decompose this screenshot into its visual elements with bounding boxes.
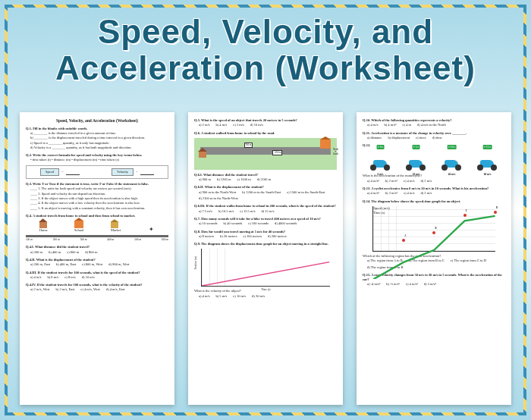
worksheet-page-3: Q.10. Which of the following quantities … xyxy=(357,112,511,405)
q4iii-prompt: Q.4.III. If the student travels for 100 … xyxy=(26,271,140,274)
q10-prompt: Q.10. Which of the following quantities … xyxy=(363,118,452,122)
displacement-time-chart: Position (m) Time (s) xyxy=(201,249,329,287)
q1-d: d) Velocity is a ________ quantity, as i… xyxy=(26,146,168,150)
road-diagram: 900 m 1200 m North ✦ South xyxy=(194,138,337,170)
y-axis-label: Position (m) xyxy=(194,256,198,269)
q4iv-prompt: Q.4.IV. If the student travels for 100 s… xyxy=(26,283,143,287)
q8-prompt: Q.8. How far would you travel moving at … xyxy=(194,230,285,234)
road-path xyxy=(200,147,331,155)
title-line-1: Speed, Velocity, and xyxy=(0,14,531,50)
distance-sign: 1200 m xyxy=(272,150,282,155)
q4i-prompt: Q.4.I. What distance did the student tra… xyxy=(26,245,90,249)
x-axis-label: Time (s) xyxy=(262,288,271,292)
distance-ruler xyxy=(26,235,168,237)
chart-line xyxy=(373,206,495,279)
motorcycle-icon: t=0 s0 m/s xyxy=(370,151,391,171)
compass-icon: North ✦ South xyxy=(333,149,338,155)
motorcycle-icon: t=5 s20 m/s xyxy=(406,151,427,171)
market-icon xyxy=(111,222,118,228)
school-icon xyxy=(320,139,331,149)
q7-prompt: Q.7. How many seconds will it take for a… xyxy=(194,217,321,221)
motorcycle-icon: t=15 s60 m/s xyxy=(477,151,498,171)
motorcycle-diagram: t=0 s0 m/s t=5 s20 m/s t=10 s40 m/s t=15… xyxy=(363,151,505,171)
school-icon xyxy=(74,221,83,228)
q6ii-prompt: Q.6.II. What is the displacement of the … xyxy=(194,185,264,189)
q3-prompt: Q.3. Write T or True if the statement is… xyxy=(26,182,149,186)
worksheet-page-1: Speed, Velocity, and Acceleration (Works… xyxy=(20,112,174,405)
speed-box: Speed xyxy=(40,168,59,176)
compass-icon xyxy=(147,225,155,233)
q13-prompt: Q.13. A cyclist accelerates from 0 m/s t… xyxy=(363,186,489,190)
page-thumbnails: Speed, Velocity, and Acceleration (Works… xyxy=(20,112,511,405)
title-line-2: Acceleration (Worksheet) xyxy=(0,50,531,86)
worksheet-page-2: Q.5. What is the speed of an object that… xyxy=(188,112,343,405)
q6i-prompt: Q.6.I. What distance did the student tra… xyxy=(194,173,258,177)
house-icon xyxy=(199,152,206,158)
page1-heading: Speed, Velocity, and Acceleration (Works… xyxy=(26,118,168,124)
q2-keys: • time taken (t) • distance (m) • displa… xyxy=(26,158,168,162)
velocity-box: Velocity xyxy=(112,168,134,176)
house-icon xyxy=(39,222,47,228)
formula-box: Speed = Velocity = xyxy=(26,165,168,179)
distance-sign: 900 m xyxy=(244,143,253,148)
chart-line xyxy=(202,249,329,286)
q4-prompt: Q.4. A student travels from home to scho… xyxy=(26,214,135,218)
q3-s5: ____ 5. If an object is moving with a co… xyxy=(26,206,168,211)
q12-prompt: Q.12. xyxy=(363,143,370,147)
equals-icon: = xyxy=(136,169,138,174)
q6-prompt: Q.6. A student walked from home to schoo… xyxy=(194,131,275,135)
ruler-labels: 100 m 200 m 300 m 400 m 500 m 600 m xyxy=(26,238,168,242)
equals-icon: = xyxy=(61,169,64,174)
q4-scene: Home School Market xyxy=(26,221,168,233)
motorcycle-icon: t=10 s40 m/s xyxy=(441,151,463,171)
q14-prompt: Q.14. The diagram below shows the speed-… xyxy=(363,199,460,203)
speed-time-chart: A B C D Speed (m/s) Time (s) xyxy=(372,206,495,252)
q2-prompt: Q.2. Write the correct formula for speed… xyxy=(26,153,142,157)
worksheet-title: Speed, Velocity, and Acceleration (Works… xyxy=(0,14,531,87)
q9-prompt: Q.9. The diagram shows the displacement-… xyxy=(194,242,328,246)
q11-prompt: Q.11. Acceleration is a measure of the c… xyxy=(363,131,467,135)
q6iii-prompt: Q.6.III. If the student walks from home … xyxy=(194,204,336,208)
q5-prompt: Q.5. What is the speed of an object that… xyxy=(194,118,297,122)
q4ii-prompt: Q.4.II. What is the displacement of the … xyxy=(26,258,96,262)
q1-prompt: Q.1. Fill in the blanks with suitable wo… xyxy=(26,127,87,130)
